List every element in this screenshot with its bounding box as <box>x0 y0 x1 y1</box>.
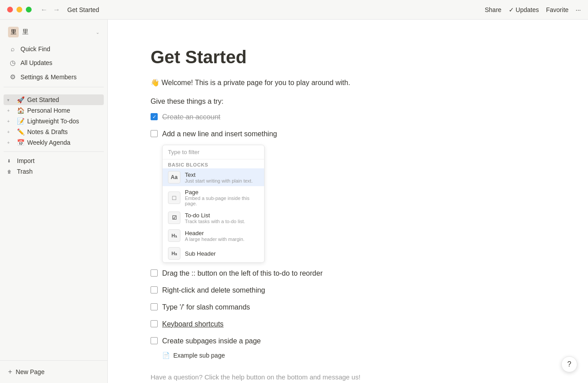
checklist-item-right-click: Right-click and delete something <box>151 284 545 297</box>
block-menu-row-subheader[interactable]: H₂ Sub Header <box>163 244 264 262</box>
chevron-down-icon: ▾ <box>7 98 14 102</box>
sidebar-item-label: All Updates <box>20 59 53 66</box>
block-icon-header: H₁ <box>168 229 180 242</box>
wave-emoji: 👋 <box>151 79 159 86</box>
main-layout: 里 里 ⌄ ⌕ Quick Find ◷ All Updates ⚙ Setti… <box>0 20 588 383</box>
block-desc-todo: Track tasks with a to-do list. <box>185 219 259 224</box>
page-icon: 📝 <box>17 118 24 125</box>
block-icon-todo: ☑ <box>168 212 180 224</box>
help-text: Have a question? Click the help button o… <box>151 373 545 381</box>
share-button[interactable]: Share <box>485 6 501 13</box>
checkbox-right-click[interactable] <box>151 286 158 293</box>
nav-arrows: ← → <box>39 5 62 15</box>
keyboard-shortcuts-link[interactable]: Keyboard shortcuts <box>162 320 224 328</box>
item-text: Create an account <box>162 112 545 122</box>
item-text: Add a new line and insert something <box>162 129 545 139</box>
checkbox-keyboard[interactable] <box>151 320 158 327</box>
sidebar-item-label: Personal Home <box>27 107 70 114</box>
sidebar-item-all-updates[interactable]: ◷ All Updates <box>4 57 104 69</box>
page-icon: 📅 <box>17 139 24 146</box>
block-menu-row-todo[interactable]: ☑ To-do List Track tasks with a to-do li… <box>163 209 264 227</box>
new-page-button[interactable]: + New Page <box>4 364 104 379</box>
item-text: Drag the :: button on the left of this t… <box>162 268 545 279</box>
block-info-page: Page Embed a sub-page inside this page. <box>185 189 259 206</box>
checklist-item-slash: Type '/' for slash commands <box>151 301 545 314</box>
checklist-item-keyboard: Keyboard shortcuts <box>151 318 545 330</box>
more-button[interactable]: ··· <box>576 6 581 13</box>
minimize-button[interactable] <box>16 7 22 12</box>
sidebar-item-label: Quick Find <box>20 45 50 53</box>
updates-button[interactable]: ✓ Updates <box>509 6 539 13</box>
checkbox-add-line[interactable] <box>151 130 158 137</box>
block-info-text: Text Just start writing with plain text. <box>185 171 259 183</box>
workspace-icon: 里 <box>8 27 19 37</box>
sidebar-item-trash[interactable]: 🗑 Trash <box>4 166 104 177</box>
back-button[interactable]: ← <box>39 5 49 15</box>
sidebar-item-notes-drafts[interactable]: + ✏️ Notes & Drafts <box>4 126 104 137</box>
sidebar-item-label: Trash <box>17 168 33 175</box>
block-icon-page: □ <box>168 192 180 204</box>
block-name-page: Page <box>185 189 259 196</box>
try-text: Give these things a try: <box>151 98 545 106</box>
chevron-right-icon: + <box>7 119 14 124</box>
title-bar-actions: Share ✓ Updates Favorite ··· <box>485 6 581 13</box>
chevron-right-icon: + <box>7 130 14 134</box>
chevron-right-icon: + <box>7 140 14 145</box>
block-menu-filter[interactable]: Type to filter <box>163 145 264 159</box>
workspace-name: 里 <box>22 28 29 36</box>
workspace-header[interactable]: 里 里 ⌄ <box>4 23 104 41</box>
checkbox-create-account[interactable] <box>151 113 158 120</box>
maximize-button[interactable] <box>26 7 32 12</box>
checkbox-drag[interactable] <box>151 269 158 277</box>
traffic-lights <box>7 7 32 12</box>
title-bar: ← → Get Started Share ✓ Updates Favorite… <box>0 0 588 20</box>
chevron-right-icon: + <box>7 108 14 113</box>
block-name-subheader: Sub Header <box>185 250 259 257</box>
subpage-label: Example sub page <box>173 352 225 359</box>
item-text: Right-click and delete something <box>162 285 545 296</box>
sidebar-item-settings[interactable]: ⚙ Settings & Members <box>4 71 104 83</box>
block-menu-preview: Type to filter BASIC BLOCKS Aa Text Just… <box>162 145 265 263</box>
content-area: Get Started 👋 Welcome! This is a private… <box>108 20 588 383</box>
sidebar-item-personal-home[interactable]: + 🏠 Personal Home <box>4 105 104 116</box>
checkbox-slash[interactable] <box>151 303 158 310</box>
block-info-todo: To-do List Track tasks with a to-do list… <box>185 212 259 224</box>
block-menu-row-page[interactable]: □ Page Embed a sub-page inside this page… <box>163 186 264 209</box>
checkmark-icon: ✓ <box>509 6 514 13</box>
block-icon-text: Aa <box>168 171 180 183</box>
sidebar-item-label: Settings & Members <box>20 73 77 81</box>
help-button[interactable]: ? <box>561 356 577 372</box>
item-text: Keyboard shortcuts <box>162 319 545 330</box>
block-name-text: Text <box>185 171 259 178</box>
block-menu-row-header[interactable]: H₁ Header A large header with margin. <box>163 227 264 244</box>
sidebar-divider-2 <box>4 151 104 152</box>
welcome-message: Welcome! This is a private page for you … <box>161 79 350 86</box>
checkbox-subpages[interactable] <box>151 337 158 344</box>
sidebar-item-import[interactable]: ⬇ Import <box>4 155 104 166</box>
sidebar-pages: ▾ 🚀 Get Started + 🏠 Personal Home + 📝 Li… <box>0 93 107 360</box>
sidebar-item-label: Notes & Drafts <box>27 128 68 135</box>
sidebar-item-quick-find[interactable]: ⌕ Quick Find <box>4 43 104 55</box>
page-title: Get Started <box>67 6 485 13</box>
block-menu-row-text[interactable]: Aa Text Just start writing with plain te… <box>163 168 264 186</box>
page-heading: Get Started <box>151 46 545 68</box>
block-desc-text: Just start writing with plain text. <box>185 178 259 183</box>
updates-icon: ◷ <box>8 59 17 67</box>
block-menu-section-title: BASIC BLOCKS <box>163 159 264 168</box>
close-button[interactable] <box>7 7 13 12</box>
checklist-item-add-line: Add a new line and insert something <box>151 128 545 140</box>
plus-icon: + <box>8 368 12 376</box>
forward-button[interactable]: → <box>51 5 62 15</box>
checklist-item-create-account: Create an account <box>151 111 545 123</box>
favorite-button[interactable]: Favorite <box>546 6 569 13</box>
sidebar-item-lightweight-todos[interactable]: + 📝 Lightweight To-dos <box>4 116 104 126</box>
page-icon: 🚀 <box>17 96 24 103</box>
sidebar-item-weekly-agenda[interactable]: + 📅 Weekly Agenda <box>4 137 104 148</box>
workspace-chevron-icon: ⌄ <box>96 30 99 35</box>
subpage-item[interactable]: 📄 Example sub page <box>162 352 545 359</box>
sidebar-item-get-started[interactable]: ▾ 🚀 Get Started <box>4 94 104 105</box>
welcome-text: 👋 Welcome! This is a private page for yo… <box>151 78 545 87</box>
import-icon: ⬇ <box>7 159 14 163</box>
trash-icon: 🗑 <box>7 169 14 174</box>
block-info-header: Header A large header with margin. <box>185 230 259 242</box>
